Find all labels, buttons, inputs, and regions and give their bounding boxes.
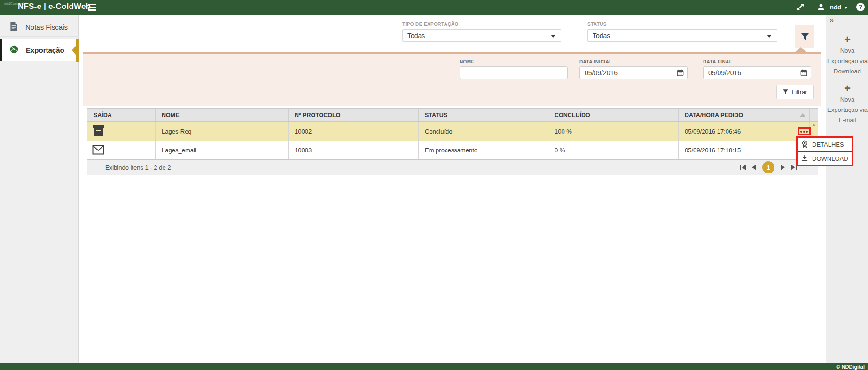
nova-exportacao-email-button[interactable]: + Nova Exportação via E-mail <box>826 82 868 126</box>
page-number-button[interactable]: 1 <box>762 161 774 173</box>
exports-table: SAÍDA NOME Nº PROTOCOLO STATUS CONCLUÍDO… <box>87 108 818 175</box>
funnel-icon <box>783 89 788 94</box>
details-icon <box>801 140 808 149</box>
calendar-icon[interactable] <box>800 69 807 78</box>
data-inicial-label: DATA INICIAL <box>579 59 688 64</box>
data-hora-cell: 05/09/2016 17:06:46 <box>679 122 810 141</box>
table-row[interactable]: Lages-Req 10002 Concluído 100 % 05/09/20… <box>87 122 818 141</box>
main-content: TIPO DE EXPORTAÇÃO Todas STATUS Todas NO… <box>79 15 826 363</box>
tipo-exportacao-filter: TIPO DE EXPORTAÇÃO Todas <box>402 22 561 42</box>
nome-cell: Lages_email <box>156 141 289 159</box>
collapse-panel-icon[interactable]: » <box>829 16 834 24</box>
download-icon <box>801 154 808 163</box>
menu-item-label: DOWNLOAD <box>812 155 848 162</box>
data-final-input[interactable] <box>703 66 811 79</box>
sidebar: Notas Fiscais Exportação <box>0 15 79 363</box>
col-protocolo[interactable]: Nº PROTOCOLO <box>289 109 419 121</box>
status-value: Todas <box>593 32 610 39</box>
status-cell: Em processamento <box>419 141 548 159</box>
data-inicial-field: DATA INICIAL <box>579 59 688 79</box>
fullscreen-expand-icon[interactable] <box>796 3 805 11</box>
document-icon <box>10 22 18 32</box>
sort-asc-icon[interactable] <box>800 113 805 117</box>
data-final-label: DATA FINAL <box>703 59 811 64</box>
nome-cell: Lages-Req <box>156 122 289 141</box>
col-concluido[interactable]: CONCLUÍDO <box>548 109 679 121</box>
data-final-field: DATA FINAL <box>703 59 811 79</box>
status-select[interactable]: Todas <box>587 29 777 42</box>
menu-item-download[interactable]: DOWNLOAD <box>798 151 852 165</box>
row-context-menu: DETALHES DOWNLOAD <box>796 136 853 166</box>
help-icon[interactable]: ? <box>856 3 865 11</box>
scroll-column-header <box>810 109 818 121</box>
col-data-hora[interactable]: DATA/HORA PEDIDO <box>679 109 810 121</box>
row-actions-button[interactable] <box>798 127 811 135</box>
saida-cell <box>87 122 156 141</box>
saida-cell <box>87 141 156 159</box>
sidebar-item-label: Exportação <box>26 46 64 54</box>
nome-field: NOME <box>460 59 568 79</box>
chevron-down-icon <box>551 35 555 38</box>
bottom-bar: © NDDigital <box>0 363 868 370</box>
hamburger-menu-icon[interactable] <box>88 4 96 11</box>
sidebar-item-notas-fiscais[interactable]: Notas Fiscais <box>0 18 79 37</box>
calendar-icon[interactable] <box>677 69 684 78</box>
nome-label: NOME <box>460 59 568 64</box>
envelope-icon <box>92 145 104 156</box>
filtrar-label: Filtrar <box>791 88 807 95</box>
status-label: STATUS <box>587 22 777 27</box>
action-label: Nova Exportação via Download <box>827 47 868 75</box>
status-filter: STATUS Todas <box>587 22 777 42</box>
chevron-down-icon <box>844 7 848 9</box>
next-page-icon[interactable] <box>781 165 785 170</box>
col-saida[interactable]: SAÍDA <box>87 109 156 121</box>
filtrar-button[interactable]: Filtrar <box>776 85 814 99</box>
user-menu[interactable]: ndd <box>830 4 848 11</box>
filter-toggle-button[interactable] <box>795 25 814 48</box>
copyright: © NDDigital <box>836 364 865 370</box>
nova-exportacao-download-button[interactable]: + Nova Exportação via Download <box>826 33 868 77</box>
table-footer: Exibindo itens 1 - 2 de 2 1 <box>87 159 818 175</box>
first-page-icon[interactable] <box>740 165 746 170</box>
menu-item-label: DETALHES <box>812 141 844 148</box>
panel-notch <box>795 47 806 52</box>
menu-item-detalhes[interactable]: DETALHES <box>798 138 852 151</box>
protocolo-cell: 10003 <box>289 141 419 159</box>
col-nome[interactable]: NOME <box>156 109 289 121</box>
app-window: nddConnect NFS-e | e-ColdWeb ndd ? Notas… <box>0 0 868 370</box>
username: ndd <box>830 4 841 11</box>
pagination: 1 <box>740 160 797 175</box>
status-cell: Concluído <box>419 122 548 141</box>
app-title: NFS-e | e-ColdWeb <box>18 2 91 11</box>
tipo-exportacao-label: TIPO DE EXPORTAÇÃO <box>402 22 561 27</box>
prev-page-icon[interactable] <box>752 165 756 170</box>
table-row[interactable]: Lages_email 10003 Em processamento 0 % 0… <box>87 141 818 159</box>
archive-icon <box>92 125 104 138</box>
scroll-up-icon[interactable] <box>812 124 816 126</box>
right-action-panel: » + Nova Exportação via Download + Nova … <box>826 15 868 363</box>
tipo-exportacao-value: Todas <box>407 32 425 39</box>
data-hora-cell: 05/09/2016 17:18:15 <box>679 141 810 159</box>
table-header: SAÍDA NOME Nº PROTOCOLO STATUS CONCLUÍDO… <box>87 109 818 122</box>
concluido-cell: 100 % <box>548 122 679 141</box>
concluido-cell: 0 % <box>548 141 679 159</box>
items-summary: Exibindo itens 1 - 2 de 2 <box>105 164 171 171</box>
plus-icon: + <box>826 33 868 46</box>
protocolo-cell: 10002 <box>289 122 419 141</box>
dashboard-icon <box>10 45 18 55</box>
data-inicial-input[interactable] <box>579 66 688 79</box>
funnel-icon <box>801 33 809 40</box>
nome-input[interactable] <box>460 66 568 79</box>
chevron-down-icon <box>767 35 772 38</box>
tipo-exportacao-select[interactable]: Todas <box>402 29 561 42</box>
plus-icon: + <box>826 82 868 94</box>
sidebar-item-exportacao[interactable]: Exportação <box>0 39 79 61</box>
action-label: Nova Exportação via E-mail <box>827 96 868 124</box>
top-bar: nddConnect NFS-e | e-ColdWeb ndd ? <box>0 0 868 15</box>
user-avatar-icon[interactable] <box>817 3 825 11</box>
sidebar-item-label: Notas Fiscais <box>25 23 68 31</box>
filter-panel: NOME DATA INICIAL DATA FINAL <box>83 52 821 106</box>
col-status[interactable]: STATUS <box>419 109 548 121</box>
